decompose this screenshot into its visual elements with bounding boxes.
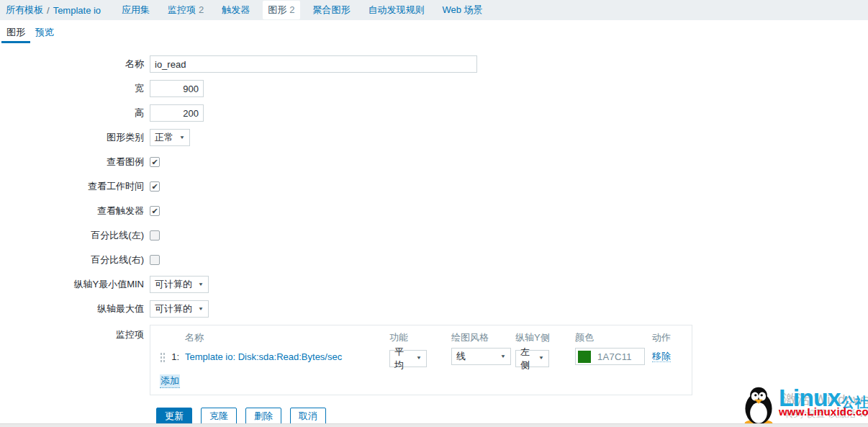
graph-edit-form: 名称 宽 高 图形类别 正常 ▼ 查看图例 ✔ 查看工作时间 ✔ 查看触发器 ✔… [0, 43, 868, 425]
show-working-time-checkbox[interactable]: ✔ [150, 181, 160, 192]
nav-item-label: 触发器 [222, 4, 250, 15]
items-table: 名称 功能 绘图风格 纵轴Y侧 颜色 动作 1: Template io: Di… [150, 325, 692, 395]
chevron-down-icon: ▼ [538, 356, 544, 361]
template-section-menu: 应用集 监控项2 触发器 图形2 聚合图形 自动发现规则 Web 场景 [117, 1, 496, 19]
item-color-field[interactable]: 1A7C11 [575, 348, 645, 365]
nav-item-graphs[interactable]: 图形2 [263, 1, 299, 19]
nav-item-items[interactable]: 监控项2 [163, 1, 209, 19]
chevron-down-icon: ▼ [500, 354, 506, 359]
percentile-left-checkbox[interactable] [150, 230, 160, 241]
item-yaxis-side-value: 左侧 [520, 346, 533, 372]
item-color-swatch[interactable] [578, 351, 591, 363]
items-table-header: 名称 功能 绘图风格 纵轴Y侧 颜色 动作 [150, 331, 692, 345]
item-draw-style-value: 线 [456, 350, 466, 363]
items-header-yaxis-side: 纵轴Y侧 [515, 331, 575, 344]
graph-type-label: 图形类别 [0, 131, 150, 144]
item-remove-link[interactable]: 移除 [652, 351, 671, 362]
clone-button[interactable]: 克隆 [201, 408, 237, 425]
item-name-link[interactable]: Template io: Disk:sda:Read:Bytes/sec [185, 351, 342, 362]
nav-item-label: 应用集 [122, 4, 150, 15]
nav-item-web-scenarios[interactable]: Web 场景 [438, 1, 488, 19]
nav-item-label: 聚合图形 [313, 4, 351, 15]
linuxidc-logo: Linux 公社 www.Linuxidc.com [740, 387, 868, 426]
items-label: 监控项 [0, 325, 150, 341]
item-yaxis-side-select[interactable]: 左侧 ▼ [515, 350, 549, 367]
bottom-edge-strip [0, 423, 868, 427]
show-legend-label: 查看图例 [0, 156, 150, 168]
nav-item-label: 监控项 [168, 4, 196, 15]
show-legend-checkbox[interactable]: ✔ [150, 157, 160, 167]
delete-button[interactable]: 删除 [245, 408, 281, 425]
nav-item-screens[interactable]: 聚合图形 [308, 1, 356, 19]
item-row-number: 1: [170, 351, 179, 362]
yaxis-max-select[interactable]: 可计算的 ▼ [150, 300, 209, 318]
breadcrumb-separator: / [47, 5, 50, 16]
item-add-link[interactable]: 添加 [160, 374, 180, 388]
tab-graph[interactable]: 图形 [1, 23, 30, 43]
logo-text: Linux 公社 www.Linuxidc.com [779, 387, 868, 417]
form-tabs: 图形 预览 [0, 20, 868, 43]
update-button[interactable]: 更新 [156, 408, 192, 425]
yaxis-max-value: 可计算的 [155, 302, 192, 315]
items-header-name: 名称 [185, 331, 389, 344]
item-color-hex: 1A7C11 [597, 351, 632, 362]
graph-type-select[interactable]: 正常 ▼ [150, 129, 190, 146]
items-header-action: 动作 [652, 331, 692, 344]
items-header-draw-style: 绘图风格 [451, 331, 515, 344]
items-header-function: 功能 [389, 331, 451, 344]
item-draw-style-select[interactable]: 线 ▼ [451, 348, 511, 365]
yaxis-max-label: 纵轴最大值 [0, 302, 150, 315]
width-label: 宽 [0, 82, 150, 95]
nav-item-label: 自动发现规则 [369, 4, 425, 15]
cancel-button[interactable]: 取消 [290, 408, 326, 425]
show-triggers-label: 查看触发器 [0, 204, 150, 217]
item-function-value: 平均 [394, 346, 410, 372]
nav-item-triggers[interactable]: 触发器 [217, 1, 255, 19]
tab-preview[interactable]: 预览 [30, 23, 59, 43]
logo-url-text: www.Linuxidc.com [779, 406, 868, 417]
name-label: 名称 [0, 58, 150, 71]
show-triggers-checkbox[interactable]: ✔ [150, 206, 160, 216]
height-label: 高 [0, 107, 150, 120]
nav-item-label: Web 场景 [443, 4, 483, 15]
chevron-down-icon: ▼ [416, 356, 422, 361]
breadcrumb: 所有模板 / Template io [6, 4, 101, 17]
graph-type-value: 正常 [155, 131, 173, 144]
items-header-color: 颜色 [575, 331, 652, 344]
tux-penguin-icon [740, 387, 777, 426]
percentile-left-label: 百分比线(左) [0, 229, 150, 242]
breadcrumb-template-link[interactable]: Template io [53, 5, 101, 16]
nav-item-count: 2 [289, 4, 294, 15]
item-function-select[interactable]: 平均 ▼ [389, 350, 427, 367]
nav-item-discovery-rules[interactable]: 自动发现规则 [363, 1, 430, 19]
breadcrumb-all-templates-link[interactable]: 所有模板 [6, 4, 43, 17]
percentile-right-label: 百分比线(右) [0, 253, 150, 266]
nav-item-applications[interactable]: 应用集 [117, 1, 155, 19]
yaxis-min-value: 可计算的 [155, 278, 192, 291]
chevron-down-icon: ▼ [179, 135, 185, 140]
name-input[interactable] [150, 55, 477, 73]
chevron-down-icon: ▼ [198, 282, 204, 287]
width-input[interactable] [150, 80, 204, 97]
yaxis-min-select[interactable]: 可计算的 ▼ [150, 276, 209, 293]
nav-item-count: 2 [199, 4, 204, 15]
show-working-time-label: 查看工作时间 [0, 180, 150, 193]
percentile-right-checkbox[interactable] [150, 255, 160, 265]
yaxis-min-label: 纵轴Y最小值MIN [0, 278, 150, 291]
item-row: 1: Template io: Disk:sda:Read:Bytes/sec … [150, 346, 692, 367]
template-nav-bar: 所有模板 / Template io 应用集 监控项2 触发器 图形2 聚合图形… [0, 0, 868, 20]
height-input[interactable] [150, 104, 204, 122]
drag-handle-icon[interactable] [160, 351, 165, 362]
chevron-down-icon: ▼ [198, 306, 204, 311]
nav-item-label: 图形 [268, 4, 286, 15]
